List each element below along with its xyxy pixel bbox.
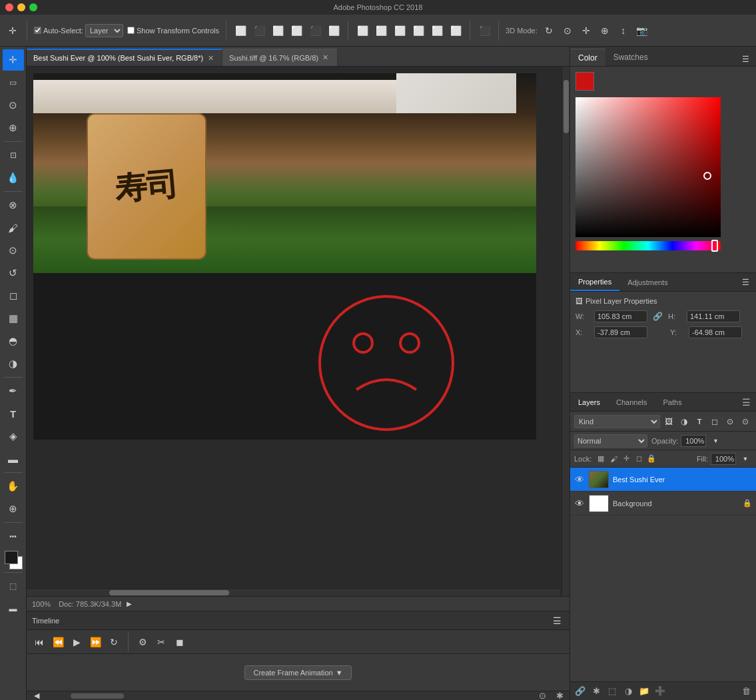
blur-btn[interactable]: ◓ <box>3 330 24 352</box>
layer-visibility-bg[interactable]: 👁 <box>574 498 585 509</box>
link-layers-btn[interactable]: 🔗 <box>573 684 587 699</box>
add-mask-btn[interactable]: ⬚ <box>605 684 619 699</box>
group-layers-btn[interactable]: 📁 <box>637 684 651 699</box>
adjustments-tab[interactable]: Adjustments <box>619 273 676 291</box>
screen-mode-btn[interactable]: ▬ <box>3 598 24 619</box>
lock-artboard-btn[interactable]: ◻ <box>633 454 644 464</box>
align-hc-btn[interactable]: ⬛ <box>308 23 322 38</box>
history-brush-btn[interactable]: ↺ <box>3 262 24 284</box>
bottom-icon-2[interactable]: ✱ <box>552 689 567 701</box>
swatches-tab[interactable]: Swatches <box>605 49 656 66</box>
align-right-btn[interactable]: ⬜ <box>326 23 341 38</box>
fill-input[interactable] <box>711 453 736 465</box>
fg-color-swatch[interactable] <box>5 551 18 564</box>
timeline-loop[interactable]: ↻ <box>107 635 121 649</box>
prop-h-input[interactable] <box>687 310 740 322</box>
auto-select-dropdown[interactable]: Layer Group <box>85 24 123 37</box>
layer-item-sushi[interactable]: 👁 Best Sushi Ever <box>570 468 756 492</box>
canvas-scrollbar-horizontal[interactable] <box>27 588 560 596</box>
layer-filter-smart-btn[interactable]: ⊙ <box>723 415 737 428</box>
adjustment-layer-btn[interactable]: ◑ <box>621 684 635 699</box>
color-tab[interactable]: Color <box>570 49 605 66</box>
scrollbar-horizontal-thumb[interactable] <box>109 590 229 595</box>
hand-btn[interactable]: ✋ <box>3 476 24 497</box>
arrange-btn[interactable]: ⬛ <box>477 23 492 38</box>
lock-transparent-btn[interactable]: ▦ <box>595 454 606 464</box>
zoom-btn[interactable]: ⊕ <box>3 498 24 520</box>
layer-item-bg[interactable]: 👁 Background 🔒 <box>570 492 756 516</box>
layer-filter-toggle[interactable]: ⊙ <box>739 415 752 428</box>
tab-sushi-tiff[interactable]: Sushi.tiff @ 16.7% (RGB/8) ✕ <box>222 49 338 66</box>
align-vc-btn[interactable]: ⬛ <box>252 23 266 38</box>
prop-y-input[interactable] <box>689 326 742 338</box>
bottom-icon-1[interactable]: ⊙ <box>535 689 550 701</box>
selection-tool-btn[interactable]: ▭ <box>3 72 24 93</box>
tab-sushi-tiff-close[interactable]: ✕ <box>321 53 330 63</box>
bottom-scroll-thumb[interactable] <box>71 693 124 699</box>
color-gradient-picker[interactable] <box>575 97 721 237</box>
doc-info-arrow[interactable]: ▶ <box>124 599 135 609</box>
timeline-convert[interactable]: ✂ <box>154 635 169 649</box>
timeline-render[interactable]: ◼ <box>173 635 187 649</box>
layer-filter-adjust-btn[interactable]: ◑ <box>677 415 691 428</box>
fg-color-preview[interactable] <box>575 72 594 91</box>
hue-slider[interactable] <box>575 241 721 250</box>
layer-visibility-sushi[interactable]: 👁 <box>574 474 585 485</box>
3d-roll-btn[interactable]: ⊙ <box>560 23 575 38</box>
layers-tab[interactable]: Layers <box>570 393 608 411</box>
move-tool-btn[interactable]: ✛ <box>3 49 24 71</box>
dodge-btn[interactable]: ◑ <box>3 353 24 374</box>
canvas-wrapper[interactable]: 寿司 <box>27 67 569 596</box>
blend-mode-select[interactable]: Normal Multiply Screen <box>574 434 647 448</box>
tab-sushi-main-close[interactable]: ✕ <box>206 53 215 63</box>
create-frame-animation-btn[interactable]: Create Frame Animation ▼ <box>244 665 351 680</box>
layer-filter-pixel-btn[interactable]: 🖼 <box>662 415 675 428</box>
minimize-button[interactable] <box>17 3 25 11</box>
text-btn[interactable]: T <box>3 403 24 424</box>
3d-scale-btn[interactable]: ↕ <box>616 23 631 38</box>
timeline-first-frame[interactable]: ⏮ <box>32 635 47 649</box>
fill-arrow[interactable]: ▼ <box>739 452 752 466</box>
tab-sushi-main[interactable]: Best Sushi Ever @ 100% (Best Sushi Ever,… <box>27 49 222 66</box>
align-bottom-btn[interactable]: ⬜ <box>270 23 285 38</box>
quick-select-btn[interactable]: ⊕ <box>3 117 24 139</box>
color-swatches[interactable] <box>3 551 24 569</box>
prop-w-input[interactable] <box>594 310 647 322</box>
lock-image-btn[interactable]: 🖌 <box>608 454 619 464</box>
distribute-btn-6[interactable]: ⬜ <box>448 23 463 38</box>
timeline-play[interactable]: ▶ <box>69 635 84 649</box>
quick-mask-btn[interactable]: ⬚ <box>3 575 24 597</box>
distribute-btn-2[interactable]: ⬜ <box>374 23 388 38</box>
channels-tab[interactable]: Channels <box>608 393 655 411</box>
distribute-btn-4[interactable]: ⬜ <box>411 23 426 38</box>
shape-btn[interactable]: ▬ <box>3 448 24 470</box>
opacity-input[interactable] <box>681 435 706 447</box>
eyedropper-btn[interactable]: 💧 <box>3 167 24 188</box>
extras-btn[interactable]: ••• <box>3 525 24 547</box>
layer-filter-text-btn[interactable]: T <box>693 415 706 428</box>
align-left-btn[interactable]: ⬜ <box>289 23 304 38</box>
distribute-btn-1[interactable]: ⬜ <box>355 23 370 38</box>
clone-btn[interactable]: ⊙ <box>3 240 24 261</box>
healing-btn[interactable]: ⊗ <box>3 194 24 216</box>
new-layer-btn[interactable]: ➕ <box>653 684 667 699</box>
color-panel-menu-btn[interactable]: ☰ <box>739 53 752 66</box>
properties-menu-btn[interactable]: ☰ <box>739 276 752 289</box>
canvas-scrollbar-vertical[interactable] <box>562 67 569 596</box>
3d-pan-btn[interactable]: ✛ <box>579 23 593 38</box>
eraser-btn[interactable]: ◻ <box>3 285 24 306</box>
maximize-button[interactable] <box>29 3 37 11</box>
auto-select-checkbox[interactable] <box>34 27 41 34</box>
move-tool-icon[interactable]: ✛ <box>5 23 20 38</box>
3d-camera-btn[interactable]: 📷 <box>635 23 649 38</box>
timeline-prev-btn[interactable]: ◀ <box>29 689 44 701</box>
distribute-btn-5[interactable]: ⬜ <box>430 23 444 38</box>
3d-rotate-btn[interactable]: ↻ <box>542 23 556 38</box>
close-button[interactable] <box>5 3 13 11</box>
scrollbar-vertical-thumb[interactable] <box>564 80 569 133</box>
layer-styles-btn[interactable]: ✱ <box>589 684 603 699</box>
timeline-prev-frame[interactable]: ⏪ <box>51 635 65 649</box>
layers-kind-select[interactable]: Kind <box>574 415 660 428</box>
gradient-btn[interactable]: ▦ <box>3 308 24 329</box>
3d-slide-btn[interactable]: ⊕ <box>597 23 612 38</box>
